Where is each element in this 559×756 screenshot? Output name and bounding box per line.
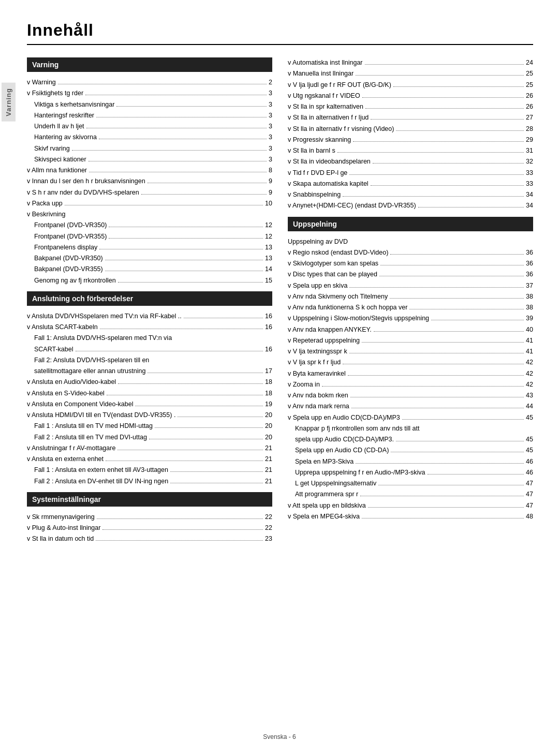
toc-item-label: v Automatiska inst llningar [288, 57, 363, 68]
toc-page: 41 [526, 335, 533, 346]
list-item: v St lla in datum och tid23 [27, 533, 272, 544]
list-item: v St lla in spr kalternativen26 [288, 101, 533, 112]
list-item: Att programmera spr r47 [288, 489, 533, 500]
toc-page: 21 [265, 465, 272, 476]
toc-dots [428, 474, 524, 475]
toc-item-label: Fall 2: Ansluta DVD/VHS-spelaren till en [34, 355, 149, 366]
side-tab-label: Varning [2, 83, 16, 122]
toc-item-label: Bakpanel (DVD-VR350) [34, 253, 103, 264]
list-item: Fall 2 : Ansluta en DV-enhet till DV IN-… [27, 476, 272, 487]
section: v Automatiska inst llningar24v Manuella … [288, 57, 533, 212]
list-item: v St lla in videobandspelaren32 [288, 156, 533, 167]
toc-dots [58, 84, 267, 84]
toc-item-label: Fall 2 : Ansluta till en TV med DVI-utta… [34, 432, 147, 443]
toc-list: v Warning2v Fsiktighets tg rder3Viktiga … [27, 77, 272, 286]
toc-page: 41 [526, 346, 533, 357]
toc-dots [418, 207, 524, 207]
toc-item-label: v Spela upp en Audio CD(CD-DA)/MP3 [288, 412, 400, 423]
toc-page: 33 [526, 168, 533, 179]
toc-item-label: v Anynet+(HDMI-CEC) (endast DVD-VR355) [288, 200, 416, 211]
toc-page: 31 [526, 145, 533, 156]
list-item: v Skapa automatiska kapitel33 [288, 179, 533, 189]
toc-item-label: v Byta kameravinkel [288, 368, 346, 379]
list-item: v Warning2 [27, 77, 272, 88]
toc-dots [391, 452, 524, 452]
toc-item-label: L get Uppspelningsalternativ [295, 478, 376, 489]
toc-page: 21 [265, 443, 272, 454]
toc-page: 47 [526, 478, 533, 489]
toc-page: 20 [265, 421, 272, 432]
toc-page: 28 [526, 124, 533, 135]
toc-item-label: Spela en MP3-Skiva [295, 456, 354, 467]
toc-dots [105, 271, 263, 271]
toc-item-label: Fall 1: Ansluta DVD/VHS-spelaren med TV:… [34, 333, 172, 344]
toc-list: v Ansluta DVD/VHSspelaren med TV:n via R… [27, 311, 272, 487]
toc-item-label: v Anv nda bokm rken [288, 390, 348, 401]
toc-item-label: v S h r anv nder du DVD/VHS-spelaren [27, 187, 139, 198]
toc-item-label: v Skivlogotyper som kan spelas [288, 258, 378, 269]
toc-dots [362, 342, 524, 343]
list-item: Frontpanel (DVD-VR350)12 [27, 220, 272, 231]
toc-dots [371, 119, 524, 120]
toc-dots [170, 471, 263, 472]
toc-item-label: v Ansluta en Component Video-kabel [27, 399, 133, 410]
toc-dots [72, 150, 267, 151]
toc-item-label: Viktiga s kerhetsanvisningar [34, 99, 114, 110]
side-tab: Varning [0, 0, 17, 756]
list-item: Frontpanel (DVD-VR355)12 [27, 231, 272, 242]
toc-page: 42 [526, 379, 533, 390]
toc-item-label: Hanteringsf reskrifter [34, 110, 94, 121]
list-item: v Innan du l ser den h r bruksanvisninge… [27, 176, 272, 187]
toc-page: 36 [526, 258, 533, 269]
toc-item-label: Bakpanel (DVD-VR355) [34, 264, 103, 275]
toc-page: 18 [265, 388, 272, 399]
toc-page: 3 [269, 110, 272, 121]
list-item: Underh ll av h ljet3 [27, 121, 272, 132]
toc-item-label: Frontpanel (DVD-VR350) [34, 220, 107, 231]
toc-item-label: v Snabbinspelning [288, 189, 341, 200]
toc-dots [402, 419, 524, 420]
list-item: Spela en MP3-Skiva46 [288, 456, 533, 467]
section: Systeminställningarv Sk rmmenynavigering… [27, 492, 272, 545]
toc-dots [105, 260, 263, 260]
toc-dots [349, 287, 524, 288]
toc-dots [396, 441, 524, 441]
toc-page: 34 [526, 200, 533, 211]
toc-dots [96, 540, 263, 541]
toc-dots [155, 427, 263, 428]
toc-page: 19 [265, 399, 272, 410]
toc-dots [351, 408, 524, 408]
toc-dots [116, 106, 267, 107]
toc-page: 45 [526, 434, 533, 445]
toc-dots [378, 485, 524, 485]
toc-page: 22 [265, 512, 272, 523]
toc-item-label: Skivspeci kationer [34, 154, 86, 165]
toc-dots [393, 86, 524, 87]
toc-item-label: Skivf rvaring [34, 143, 70, 154]
toc-item-label: v Tid f r DVD EP-l ge [288, 168, 347, 179]
toc-page: 38 [526, 291, 533, 302]
toc-page: 2 [269, 77, 272, 88]
toc-page: 46 [526, 467, 533, 478]
list-item: v Manuella inst llningar25 [288, 68, 533, 79]
toc-page: 17 [265, 366, 272, 377]
toc-item-label: v St lla in barnl s [288, 145, 335, 156]
toc-dots [356, 463, 524, 464]
list-item: Skivspeci kationer3 [27, 154, 272, 165]
list-item: v Byta kameravinkel42 [288, 368, 533, 379]
toc-page: 9 [269, 176, 272, 187]
toc-dots [353, 141, 524, 142]
toc-dots [99, 249, 263, 249]
toc-page: 43 [526, 390, 533, 401]
list-item: v Anv nda Skivmeny och Titelmeny38 [288, 291, 533, 302]
toc-dots [76, 351, 263, 351]
toc-dots [390, 254, 524, 255]
toc-page: 16 [265, 311, 272, 322]
list-item: Knappar p fj rrkontrollen som anv nds ti… [288, 423, 533, 434]
list-item: Skivf rvaring3 [27, 143, 272, 154]
list-item: v Spela en MPEG4-skiva48 [288, 511, 533, 522]
toc-list: v Automatiska inst llningar24v Manuella … [288, 57, 533, 212]
toc-page: 22 [265, 523, 272, 533]
list-item: v Anv nda bokm rken43 [288, 390, 533, 401]
list-item: v Zooma in42 [288, 379, 533, 390]
